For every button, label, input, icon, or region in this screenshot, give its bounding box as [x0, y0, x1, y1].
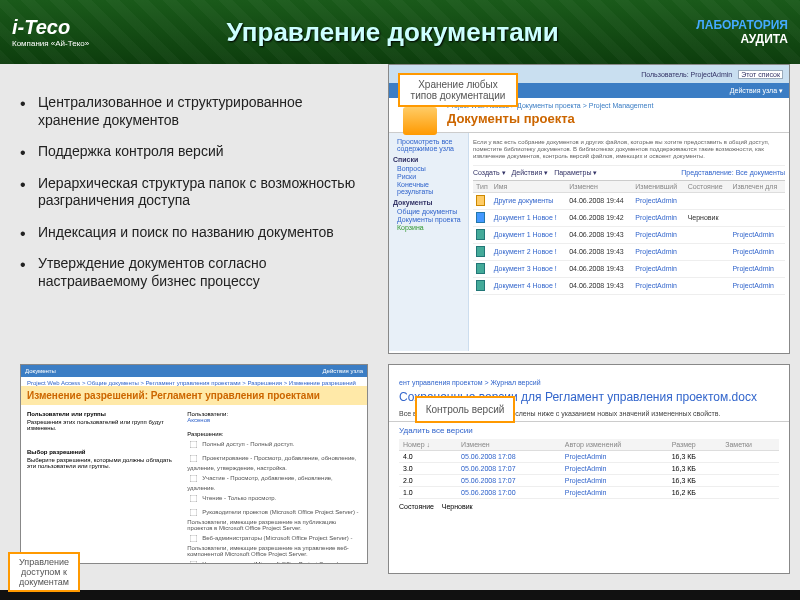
sidebar-heading-lists: Списки	[393, 156, 464, 163]
sidebar-link[interactable]: Документы проекта	[397, 216, 464, 223]
permission-option[interactable]: Полный доступ - Полный доступ.	[187, 438, 361, 451]
permission-option[interactable]: Участники группы (Microsoft Office Proje…	[187, 558, 361, 564]
slide-title: Управление документами	[89, 17, 696, 48]
col-state[interactable]: Состояние	[685, 181, 730, 193]
bullet-item: Иерархическая структура папок с возможно…	[20, 175, 365, 210]
col-number[interactable]: Номер ↓	[399, 439, 457, 451]
callout-storage: Хранение любых типов документации	[398, 73, 518, 107]
library-hint: Если у вас есть собрание документов и др…	[473, 137, 785, 166]
file-icon	[476, 229, 485, 240]
bullet-item: Утверждение документов согласно настраив…	[20, 255, 365, 290]
col-name[interactable]: Имя	[491, 181, 567, 193]
col-modified[interactable]: Изменен	[457, 439, 561, 451]
view-selector[interactable]: Представление: Все документы	[681, 169, 785, 177]
library-title: Документы проекта	[389, 109, 789, 133]
table-row[interactable]: Документ 1 Новое !04.06.2008 19:43Projec…	[473, 226, 785, 243]
bullet-item: Поддержка контроля версий	[20, 143, 365, 161]
table-row[interactable]: Документ 3 Новое !04.06.2008 19:43Projec…	[473, 260, 785, 277]
perm-left-col: Пользователи или группы Разрешения этих …	[27, 411, 177, 564]
doc-toolbar: Создать ▾ Действия ▾ Параметры ▾ Предста…	[473, 166, 785, 181]
permission-option[interactable]: Участие - Просмотр, добавление, обновлен…	[187, 472, 361, 491]
table-row[interactable]: 1.005.06.2008 17:00ProjectAdmin16,2 КБ	[399, 487, 779, 499]
actions-button[interactable]: Действия ▾	[512, 169, 549, 177]
screenshot-permissions: Документы Действия узла Project Web Acce…	[20, 364, 368, 564]
versions-table: Номер ↓ Изменен Автор изменений Размер З…	[399, 439, 779, 499]
new-button[interactable]: Создать ▾	[473, 169, 506, 177]
screenshot-documents: Пользователь: ProjectAdmin Этот список Д…	[388, 64, 790, 354]
state-row: Состояние Черновик	[389, 499, 789, 514]
left-sidebar: Просмотреть все содержимое узла Списки В…	[389, 133, 469, 351]
col-notes[interactable]: Заметки	[721, 439, 779, 451]
permission-option[interactable]: Веб-администраторы (Microsoft Office Pro…	[187, 532, 361, 557]
table-row[interactable]: 3.005.06.2008 17:07ProjectAdmin16,3 КБ	[399, 463, 779, 475]
documents-table: Тип Имя Изменен Изменивший Состояние Изв…	[473, 181, 785, 295]
table-row[interactable]: Документ 1 Новое !04.06.2008 19:42Projec…	[473, 209, 785, 226]
permission-option[interactable]: Руководители проектов (Microsoft Office …	[187, 506, 361, 531]
view-all-link[interactable]: Просмотреть все содержимое узла	[397, 138, 464, 152]
table-row[interactable]: Другие документы04.06.2008 19:44ProjectA…	[473, 192, 785, 209]
bullet-item: Индексация и поиск по названию документо…	[20, 224, 365, 242]
permission-option[interactable]: Проектирование - Просмотр, добавление, о…	[187, 452, 361, 471]
params-button[interactable]: Параметры ▾	[554, 169, 597, 177]
sidebar-link[interactable]: Общие документы	[397, 208, 464, 215]
search-dropdown[interactable]: Этот список	[738, 70, 783, 79]
file-icon	[476, 263, 485, 274]
permission-option[interactable]: Чтение - Только просмотр.	[187, 492, 361, 505]
file-icon	[476, 246, 485, 257]
delete-all-versions-link[interactable]: Удалить все версии	[389, 422, 789, 439]
bullet-item: Централизованное и структурированное хра…	[20, 94, 365, 129]
sidebar-link[interactable]: Конечные результаты	[397, 181, 464, 195]
perm-right-col: Пользователи: Аксенов Разрешения: Полный…	[187, 411, 361, 564]
logo-audit: ЛАБОРАТОРИЯ АУДИТА	[696, 18, 788, 46]
file-icon	[476, 212, 485, 223]
col-modified[interactable]: Изменен	[566, 181, 632, 193]
sidebar-link[interactable]: Риски	[397, 173, 464, 180]
recycle-bin-link[interactable]: Корзина	[397, 224, 464, 231]
logo-iteco: i-Teco Компания «Ай-Теко»	[12, 16, 89, 48]
user-label: Пользователь: ProjectAdmin	[641, 71, 732, 78]
feature-list: Централизованное и структурированное хра…	[20, 94, 365, 304]
sidebar-heading-docs: Документы	[393, 199, 464, 206]
sidebar-link[interactable]: Вопросы	[397, 165, 464, 172]
col-modifiedby[interactable]: Изменивший	[632, 181, 684, 193]
perm-breadcrumb[interactable]: Project Web Access > Общие документы > Р…	[21, 377, 367, 386]
callout-versions: Контроль версий	[415, 396, 515, 423]
table-row[interactable]: 4.005.06.2008 17:08ProjectAdmin16,3 КБ	[399, 451, 779, 463]
slide-footer	[0, 590, 800, 600]
table-row[interactable]: Документ 4 Новое !04.06.2008 19:43Projec…	[473, 277, 785, 294]
table-row[interactable]: Документ 2 Новое !04.06.2008 19:43Projec…	[473, 243, 785, 260]
perm-title: Изменение разрешений: Регламент управлен…	[21, 386, 367, 405]
col-type[interactable]: Тип	[473, 181, 491, 193]
table-row[interactable]: 2.005.06.2008 17:07ProjectAdmin16,3 КБ	[399, 475, 779, 487]
ver-breadcrumb[interactable]: ент управления проектом > Журнал версий	[389, 365, 789, 388]
file-icon	[476, 195, 485, 206]
file-icon	[476, 280, 485, 291]
slide-body: Централизованное и структурированное хра…	[0, 64, 800, 590]
folder-icon	[403, 107, 437, 135]
col-author[interactable]: Автор изменений	[561, 439, 668, 451]
perm-topbar: Документы Действия узла	[21, 365, 367, 377]
col-checkedout[interactable]: Извлечен для	[729, 181, 785, 193]
col-size[interactable]: Размер	[668, 439, 722, 451]
callout-access: Управление доступом к документам	[8, 552, 80, 592]
doc-main: Если у вас есть собрание документов и др…	[469, 133, 789, 351]
slide-header: i-Teco Компания «Ай-Теко» Управление док…	[0, 0, 800, 64]
